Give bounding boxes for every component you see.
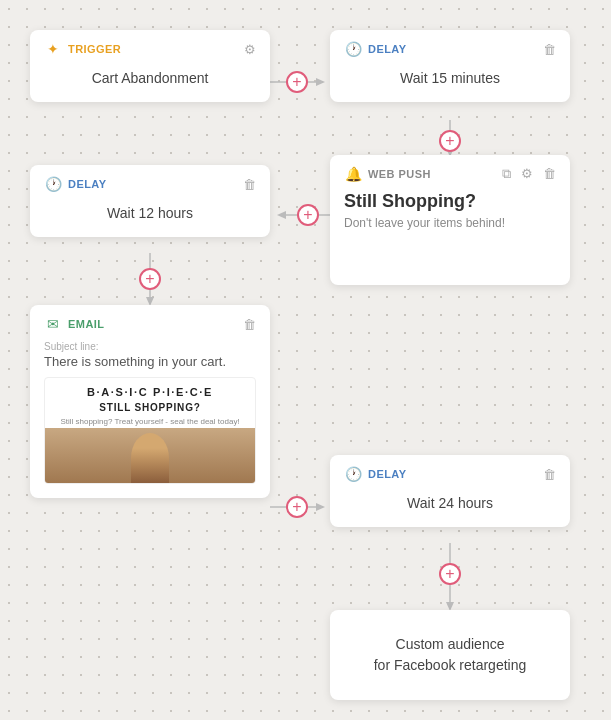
delay3-label: Delay (368, 468, 406, 480)
webpush-settings-icon[interactable]: ⚙ (521, 166, 533, 182)
webpush-label: Web push (368, 168, 431, 180)
trigger-body: Cart Abandonment (44, 66, 256, 88)
delay2-card-header: 🕐 Delay 🗑 (44, 175, 256, 193)
email-preview-brand: B·A·S·I·C P·I·E·C·E (45, 378, 255, 400)
webpush-bell-icon: 🔔 (344, 165, 362, 183)
email-preview-person (131, 433, 169, 483)
plus-webpush-delay2[interactable]: + (297, 204, 319, 226)
svg-marker-5 (277, 211, 286, 219)
email-card: ✉ Email 🗑 Subject line: There is somethi… (30, 305, 270, 498)
custom-card: Custom audience for Facebook retargeting (330, 610, 570, 700)
email-preview-title: STILL SHOPPING? (45, 400, 255, 415)
trigger-card: ✦ Trigger ⚙ Cart Abandonment (30, 30, 270, 102)
email-card-header: ✉ Email 🗑 (44, 315, 256, 333)
delay1-icon: 🕐 (344, 40, 362, 58)
delay1-card: 🕐 Delay 🗑 Wait 15 minutes (330, 30, 570, 102)
svg-marker-1 (316, 78, 325, 86)
canvas: + + + + + + ✦ Trigger ⚙ Cart Abandonment… (0, 0, 611, 720)
email-subject-label: Subject line: (44, 341, 256, 352)
webpush-card: 🔔 Web push ⧉ ⚙ 🗑 Still Shopping? Don't l… (330, 155, 570, 285)
plus-delay3-custom[interactable]: + (439, 563, 461, 585)
trigger-settings-icon[interactable]: ⚙ (244, 42, 256, 57)
delay2-body: Wait 12 hours (44, 201, 256, 223)
webpush-delete-icon[interactable]: 🗑 (543, 166, 556, 182)
delay1-delete-icon[interactable]: 🗑 (543, 42, 556, 57)
delay1-body: Wait 15 minutes (344, 66, 556, 88)
delay3-icon: 🕐 (344, 465, 362, 483)
email-subject-text: There is something in your cart. (44, 354, 256, 369)
svg-marker-9 (316, 503, 325, 511)
email-preview: B·A·S·I·C P·I·E·C·E STILL SHOPPING? Stil… (44, 377, 256, 484)
email-delete-icon[interactable]: 🗑 (243, 317, 256, 332)
plus-trigger-delay1[interactable]: + (286, 71, 308, 93)
delay2-icon: 🕐 (44, 175, 62, 193)
email-preview-sub: Still shopping? Treat yourself - seal th… (45, 415, 255, 428)
delay2-card: 🕐 Delay 🗑 Wait 12 hours (30, 165, 270, 237)
delay2-label: Delay (68, 178, 106, 190)
webpush-card-header: 🔔 Web push ⧉ ⚙ 🗑 (344, 165, 556, 183)
trigger-label: Trigger (68, 43, 121, 55)
delay3-body: Wait 24 hours (344, 491, 556, 513)
delay3-delete-icon[interactable]: 🗑 (543, 467, 556, 482)
webpush-title: Still Shopping? (344, 191, 556, 212)
delay3-card: 🕐 Delay 🗑 Wait 24 hours (330, 455, 570, 527)
email-label: Email (68, 318, 104, 330)
custom-body: Custom audience for Facebook retargeting (344, 620, 556, 686)
plus-delay2-email[interactable]: + (139, 268, 161, 290)
email-preview-image (45, 428, 255, 483)
delay3-card-header: 🕐 Delay 🗑 (344, 465, 556, 483)
delay1-card-header: 🕐 Delay 🗑 (344, 40, 556, 58)
trigger-icon: ✦ (44, 40, 62, 58)
webpush-body: Don't leave your items behind! (344, 216, 556, 230)
delay1-label: Delay (368, 43, 406, 55)
trigger-card-header: ✦ Trigger ⚙ (44, 40, 256, 58)
delay2-delete-icon[interactable]: 🗑 (243, 177, 256, 192)
webpush-copy-icon[interactable]: ⧉ (502, 166, 511, 182)
plus-email-delay3[interactable]: + (286, 496, 308, 518)
plus-delay1-webpush[interactable]: + (439, 130, 461, 152)
email-icon: ✉ (44, 315, 62, 333)
